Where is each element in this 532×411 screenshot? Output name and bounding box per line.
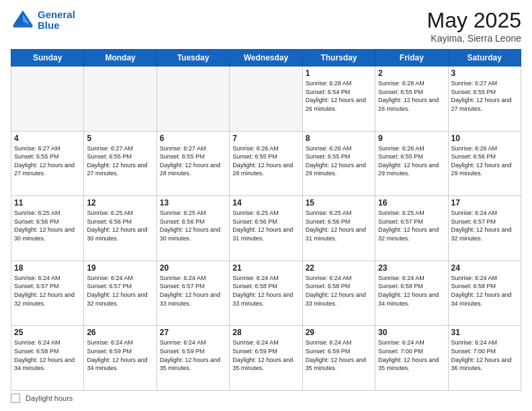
- day-info: Sunrise: 6:25 AM Sunset: 6:56 PM Dayligh…: [87, 209, 153, 242]
- week-row-1: 1Sunrise: 6:28 AM Sunset: 6:54 PM Daylig…: [11, 66, 521, 132]
- header: General Blue May 2025 Kayima, Sierra Leo…: [11, 8, 521, 44]
- day-cell: 12Sunrise: 6:25 AM Sunset: 6:56 PM Dayli…: [84, 196, 157, 261]
- logo-icon: [11, 8, 35, 32]
- day-cell: 14Sunrise: 6:25 AM Sunset: 6:56 PM Dayli…: [230, 196, 302, 261]
- day-info: Sunrise: 6:26 AM Sunset: 6:55 PM Dayligh…: [378, 144, 445, 178]
- day-cell: 22Sunrise: 6:24 AM Sunset: 6:58 PM Dayli…: [302, 261, 375, 326]
- footer-box: [11, 394, 20, 403]
- day-info: Sunrise: 6:24 AM Sunset: 6:58 PM Dayligh…: [14, 338, 81, 372]
- day-cell: 29Sunrise: 6:24 AM Sunset: 6:59 PM Dayli…: [302, 326, 375, 391]
- day-cell: 27Sunrise: 6:24 AM Sunset: 6:59 PM Dayli…: [157, 326, 229, 391]
- day-number: 5: [87, 134, 153, 143]
- day-cell: 23Sunrise: 6:24 AM Sunset: 6:58 PM Dayli…: [375, 261, 448, 326]
- day-number: 11: [14, 198, 81, 208]
- day-cell: 9Sunrise: 6:26 AM Sunset: 6:55 PM Daylig…: [375, 131, 448, 196]
- svg-rect-2: [13, 25, 33, 28]
- day-info: Sunrise: 6:24 AM Sunset: 6:57 PM Dayligh…: [14, 274, 81, 308]
- day-info: Sunrise: 6:24 AM Sunset: 7:00 PM Dayligh…: [451, 338, 518, 372]
- day-info: Sunrise: 6:24 AM Sunset: 7:00 PM Dayligh…: [378, 338, 445, 372]
- day-number: 24: [451, 263, 518, 273]
- day-cell: 7Sunrise: 6:26 AM Sunset: 6:55 PM Daylig…: [230, 131, 302, 196]
- day-number: 10: [451, 134, 518, 143]
- day-cell: 4Sunrise: 6:27 AM Sunset: 6:55 PM Daylig…: [11, 131, 84, 196]
- day-number: 28: [232, 328, 299, 337]
- day-number: 22: [306, 263, 372, 273]
- day-cell: 13Sunrise: 6:25 AM Sunset: 6:56 PM Dayli…: [157, 196, 229, 261]
- day-info: Sunrise: 6:27 AM Sunset: 6:55 PM Dayligh…: [451, 79, 518, 113]
- day-number: 21: [232, 263, 299, 273]
- day-info: Sunrise: 6:26 AM Sunset: 6:56 PM Dayligh…: [451, 144, 518, 178]
- day-info: Sunrise: 6:27 AM Sunset: 6:55 PM Dayligh…: [87, 144, 153, 178]
- weekday-header-row: SundayMondayTuesdayWednesdayThursdayFrid…: [11, 50, 521, 66]
- day-number: 2: [378, 68, 445, 78]
- day-info: Sunrise: 6:27 AM Sunset: 6:55 PM Dayligh…: [14, 144, 81, 178]
- day-info: Sunrise: 6:24 AM Sunset: 6:59 PM Dayligh…: [306, 338, 372, 372]
- week-row-3: 11Sunrise: 6:25 AM Sunset: 6:56 PM Dayli…: [11, 196, 521, 261]
- day-info: Sunrise: 6:28 AM Sunset: 6:55 PM Dayligh…: [378, 79, 445, 113]
- day-cell: [230, 66, 302, 132]
- logo: General Blue: [11, 8, 75, 32]
- day-number: 12: [87, 198, 153, 208]
- day-info: Sunrise: 6:24 AM Sunset: 6:58 PM Dayligh…: [451, 274, 518, 308]
- day-cell: 6Sunrise: 6:27 AM Sunset: 6:55 PM Daylig…: [157, 131, 229, 196]
- day-number: 29: [306, 328, 372, 337]
- weekday-tuesday: Tuesday: [157, 50, 229, 66]
- weekday-friday: Friday: [375, 50, 448, 66]
- day-number: 19: [87, 263, 153, 273]
- weekday-wednesday: Wednesday: [230, 50, 302, 66]
- day-cell: 17Sunrise: 6:24 AM Sunset: 6:57 PM Dayli…: [448, 196, 521, 261]
- day-info: Sunrise: 6:24 AM Sunset: 6:57 PM Dayligh…: [87, 274, 153, 308]
- day-info: Sunrise: 6:25 AM Sunset: 6:56 PM Dayligh…: [14, 209, 81, 242]
- weekday-sunday: Sunday: [11, 50, 84, 66]
- day-cell: 28Sunrise: 6:24 AM Sunset: 6:59 PM Dayli…: [230, 326, 302, 391]
- day-info: Sunrise: 6:24 AM Sunset: 6:58 PM Dayligh…: [378, 274, 445, 308]
- day-number: 18: [14, 263, 81, 273]
- day-cell: 19Sunrise: 6:24 AM Sunset: 6:57 PM Dayli…: [84, 261, 157, 326]
- day-number: 15: [306, 198, 372, 208]
- weekday-saturday: Saturday: [448, 50, 521, 66]
- day-cell: 25Sunrise: 6:24 AM Sunset: 6:58 PM Dayli…: [11, 326, 84, 391]
- day-cell: [157, 66, 229, 132]
- day-info: Sunrise: 6:24 AM Sunset: 6:58 PM Dayligh…: [306, 274, 372, 308]
- day-number: 14: [232, 198, 299, 208]
- day-info: Sunrise: 6:26 AM Sunset: 6:55 PM Dayligh…: [232, 144, 299, 178]
- logo-line1: General: [38, 9, 75, 20]
- calendar: SundayMondayTuesdayWednesdayThursdayFrid…: [11, 49, 521, 391]
- weekday-monday: Monday: [84, 50, 157, 66]
- day-info: Sunrise: 6:25 AM Sunset: 6:56 PM Dayligh…: [232, 209, 299, 242]
- day-cell: 31Sunrise: 6:24 AM Sunset: 7:00 PM Dayli…: [448, 326, 521, 391]
- day-cell: 16Sunrise: 6:25 AM Sunset: 6:57 PM Dayli…: [375, 196, 448, 261]
- day-info: Sunrise: 6:25 AM Sunset: 6:56 PM Dayligh…: [306, 209, 372, 242]
- day-number: 4: [14, 134, 81, 143]
- day-cell: 24Sunrise: 6:24 AM Sunset: 6:58 PM Dayli…: [448, 261, 521, 326]
- day-number: 20: [160, 263, 226, 273]
- day-info: Sunrise: 6:26 AM Sunset: 6:55 PM Dayligh…: [306, 144, 372, 178]
- location: Kayima, Sierra Leone: [427, 33, 521, 44]
- day-number: 31: [451, 328, 518, 337]
- day-info: Sunrise: 6:25 AM Sunset: 6:57 PM Dayligh…: [378, 209, 445, 242]
- week-row-2: 4Sunrise: 6:27 AM Sunset: 6:55 PM Daylig…: [11, 131, 521, 196]
- day-info: Sunrise: 6:24 AM Sunset: 6:59 PM Dayligh…: [160, 338, 226, 372]
- day-number: 17: [451, 198, 518, 208]
- day-cell: 11Sunrise: 6:25 AM Sunset: 6:56 PM Dayli…: [11, 196, 84, 261]
- day-cell: 20Sunrise: 6:24 AM Sunset: 6:57 PM Dayli…: [157, 261, 229, 326]
- footer: Daylight hours: [11, 394, 521, 403]
- day-cell: 3Sunrise: 6:27 AM Sunset: 6:55 PM Daylig…: [448, 66, 521, 132]
- weekday-thursday: Thursday: [302, 50, 375, 66]
- day-number: 6: [160, 134, 226, 143]
- logo-line2: Blue: [38, 19, 60, 31]
- day-cell: 30Sunrise: 6:24 AM Sunset: 7:00 PM Dayli…: [375, 326, 448, 391]
- day-info: Sunrise: 6:24 AM Sunset: 6:59 PM Dayligh…: [87, 338, 153, 372]
- day-cell: 21Sunrise: 6:24 AM Sunset: 6:58 PM Dayli…: [230, 261, 302, 326]
- day-number: 8: [306, 134, 372, 143]
- page: General Blue May 2025 Kayima, Sierra Leo…: [0, 0, 532, 411]
- day-number: 1: [306, 68, 372, 78]
- day-number: 13: [160, 198, 226, 208]
- day-info: Sunrise: 6:28 AM Sunset: 6:54 PM Dayligh…: [306, 79, 372, 113]
- day-info: Sunrise: 6:25 AM Sunset: 6:56 PM Dayligh…: [160, 209, 226, 242]
- day-number: 25: [14, 328, 81, 337]
- day-number: 27: [160, 328, 226, 337]
- day-number: 7: [232, 134, 299, 143]
- day-cell: [11, 66, 84, 132]
- day-number: 26: [87, 328, 153, 337]
